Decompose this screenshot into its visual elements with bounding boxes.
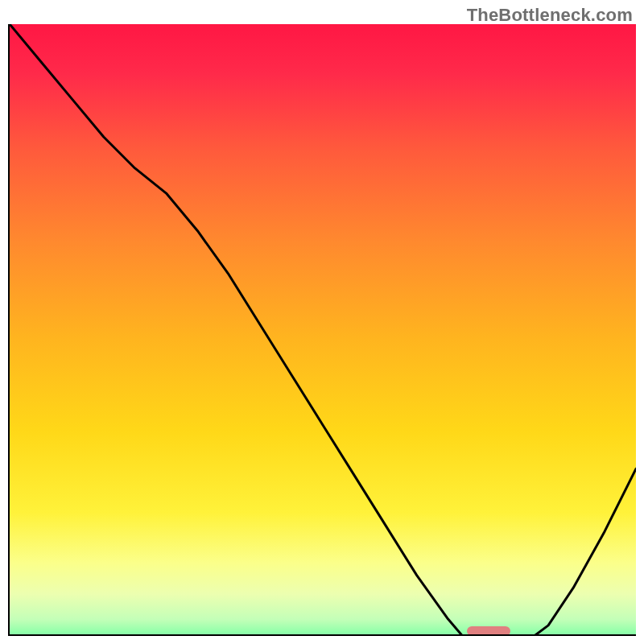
bottleneck-curve — [10, 24, 636, 636]
chart-frame: TheBottleneck.com — [0, 0, 644, 644]
watermark-text: TheBottleneck.com — [467, 5, 633, 26]
plot-area — [8, 24, 636, 636]
optimal-range-marker — [467, 626, 510, 636]
